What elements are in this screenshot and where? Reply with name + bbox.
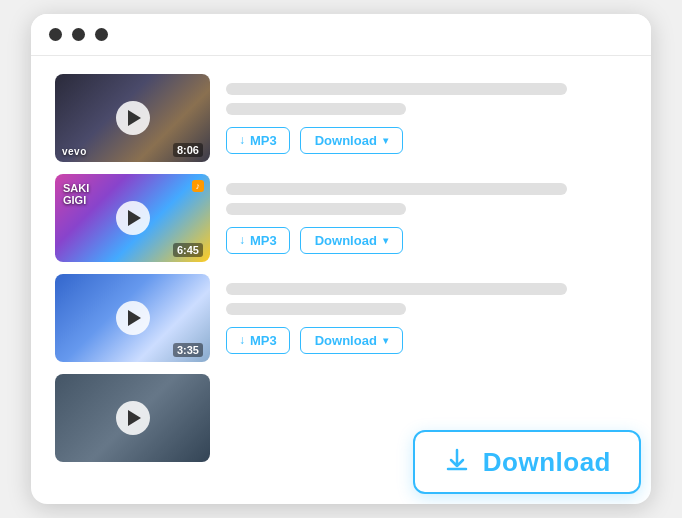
row-info-3: ↓ MP3 Download ▾	[226, 283, 627, 354]
title-bar-long-2	[226, 183, 567, 195]
play-icon-2	[128, 210, 141, 226]
play-icon-3	[128, 310, 141, 326]
mp3-arrow-1: ↓	[239, 133, 245, 147]
title-bar-long-3	[226, 283, 567, 295]
traffic-light-2	[72, 28, 85, 41]
thumb-label-1: vevo	[62, 146, 87, 157]
video-row-3: 3:35 ↓ MP3 Download ▾	[55, 274, 627, 362]
download-label-2: Download	[315, 233, 377, 248]
play-button-4[interactable]	[116, 401, 150, 435]
thumbnail-3: 3:35	[55, 274, 210, 362]
mp3-arrow-3: ↓	[239, 333, 245, 347]
title-bar-short-1	[226, 103, 406, 115]
title-bar-long-1	[226, 83, 567, 95]
row-info-2: ↓ MP3 Download ▾	[226, 183, 627, 254]
download-label-1: Download	[315, 133, 377, 148]
title-bar-short-2	[226, 203, 406, 215]
big-download-icon	[443, 446, 471, 478]
row-actions-2: ↓ MP3 Download ▾	[226, 227, 627, 254]
mp3-button-3[interactable]: ↓ MP3	[226, 327, 290, 354]
play-button-2[interactable]	[116, 201, 150, 235]
thumbnail-4	[55, 374, 210, 462]
mp3-button-2[interactable]: ↓ MP3	[226, 227, 290, 254]
row-actions-3: ↓ MP3 Download ▾	[226, 327, 627, 354]
mp3-label-1: MP3	[250, 133, 277, 148]
play-button-1[interactable]	[116, 101, 150, 135]
download-label-3: Download	[315, 333, 377, 348]
mp3-label-2: MP3	[250, 233, 277, 248]
thumb-badge-2: ♪	[192, 180, 205, 192]
thumbnail-2: SAKIGIGI ♪ 6:45	[55, 174, 210, 262]
chevron-down-2: ▾	[383, 235, 388, 246]
traffic-light-3	[95, 28, 108, 41]
chevron-down-1: ▾	[383, 135, 388, 146]
thumb-duration-2: 6:45	[173, 243, 203, 257]
saki-label-2: SAKIGIGI	[63, 182, 89, 206]
chevron-down-3: ▾	[383, 335, 388, 346]
browser-window: vevo 8:06 ↓ MP3 Download ▾	[31, 14, 651, 504]
titlebar	[31, 14, 651, 56]
title-bar-short-3	[226, 303, 406, 315]
video-row-1: vevo 8:06 ↓ MP3 Download ▾	[55, 74, 627, 162]
row-actions-1: ↓ MP3 Download ▾	[226, 127, 627, 154]
play-icon-1	[128, 110, 141, 126]
mp3-arrow-2: ↓	[239, 233, 245, 247]
play-icon-4	[128, 410, 141, 426]
traffic-light-1	[49, 28, 62, 41]
play-button-3[interactable]	[116, 301, 150, 335]
video-row-2: SAKIGIGI ♪ 6:45 ↓ MP3 Download ▾	[55, 174, 627, 262]
download-button-1[interactable]: Download ▾	[300, 127, 403, 154]
big-download-button[interactable]: Download	[413, 430, 641, 494]
row-info-1: ↓ MP3 Download ▾	[226, 83, 627, 154]
thumb-duration-3: 3:35	[173, 343, 203, 357]
mp3-label-3: MP3	[250, 333, 277, 348]
thumbnail-1: vevo 8:06	[55, 74, 210, 162]
big-download-label: Download	[483, 447, 611, 478]
download-button-3[interactable]: Download ▾	[300, 327, 403, 354]
download-button-2[interactable]: Download ▾	[300, 227, 403, 254]
mp3-button-1[interactable]: ↓ MP3	[226, 127, 290, 154]
thumb-duration-1: 8:06	[173, 143, 203, 157]
content-area: vevo 8:06 ↓ MP3 Download ▾	[31, 56, 651, 504]
